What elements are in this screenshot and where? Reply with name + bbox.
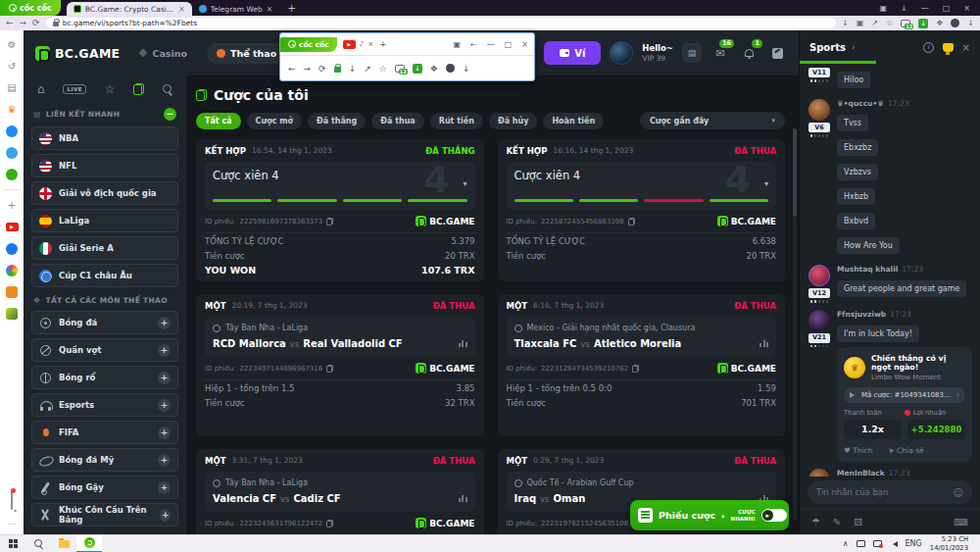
match-stats-icon[interactable] <box>459 495 467 502</box>
share-icon[interactable]: ↗ <box>871 19 878 27</box>
chat-rules-icon[interactable]: ✎ <box>833 517 841 527</box>
copy-icon[interactable] <box>326 365 333 373</box>
tray-expand-icon[interactable]: ∧ <box>843 539 849 548</box>
quicklink-laliga[interactable]: LaLiga <box>31 209 178 232</box>
avatar[interactable] <box>808 99 830 121</box>
save-page-icon[interactable]: ↓ <box>349 64 357 74</box>
inbox-button[interactable]: ✉ 16 <box>710 43 730 63</box>
expand-icon[interactable]: + <box>158 481 171 494</box>
live-button[interactable]: LIVE <box>63 84 86 94</box>
copy-icon[interactable] <box>632 365 639 373</box>
maximize-button[interactable]: □ <box>505 40 513 49</box>
match-stats-icon[interactable] <box>760 340 768 347</box>
minimize-button[interactable]: — <box>921 4 929 13</box>
tab-close-icon[interactable]: × <box>178 5 185 14</box>
more-icon[interactable]: ⋯ <box>6 518 19 530</box>
messenger-icon[interactable] <box>6 125 18 137</box>
reading-list-icon[interactable]: ▤ <box>6 81 19 94</box>
close-window-button[interactable]: × <box>963 4 970 13</box>
popup-tab-youtube[interactable]: ▶ ♪ × <box>343 40 373 49</box>
sport-american-football[interactable]: Bóng đá Mỹ+ <box>31 448 178 472</box>
info-icon[interactable]: i <box>923 42 934 53</box>
download-page-icon[interactable]: ↓ <box>901 4 907 13</box>
chat-room-tab[interactable]: Sports <box>809 42 846 53</box>
file-explorer-button[interactable] <box>51 535 76 552</box>
keyboard-icon[interactable]: ⌨ <box>955 517 968 527</box>
profile-avatar-icon[interactable] <box>951 19 959 27</box>
tab-sports[interactable]: Thể thao <box>207 43 286 64</box>
vault-button[interactable]: ▤ <box>682 43 702 63</box>
images-downloader-icon[interactable]: 12 <box>395 65 405 73</box>
chat-username[interactable]: Ffnsjuvziwb <box>837 310 886 319</box>
bcgame-logo[interactable]: BC.GAME <box>35 46 120 61</box>
sport-tennis[interactable]: Quần vợt+ <box>31 338 178 362</box>
mini-browser-window[interactable]: cốc cốc ▶ ♪ × + ▣ ← — □ × ← → ⟳ ↓ ↗ ☆ <box>279 32 535 81</box>
games-icon[interactable] <box>6 169 18 180</box>
copy-icon[interactable] <box>326 218 333 226</box>
images-downloader-icon[interactable]: 12 <box>901 20 910 27</box>
notifications-bell[interactable] <box>11 490 13 509</box>
emoji-icon[interactable]: ☺ <box>954 487 963 498</box>
tab-telegram[interactable]: Telegram Web × <box>192 2 280 16</box>
language-indicator[interactable]: ENG <box>906 539 922 548</box>
combo-box[interactable]: Cược xiên 4 4 ▾ <box>205 162 475 210</box>
pop-back-icon[interactable]: ← <box>470 40 477 49</box>
save-page-icon[interactable]: ↓ <box>842 19 849 27</box>
news-icon[interactable] <box>6 147 18 159</box>
youtube-icon[interactable]: ▶ <box>6 223 19 231</box>
quicklink-premier-league[interactable]: Giải vô địch quốc gia <box>31 181 178 205</box>
chat-username[interactable]: MenInBlack <box>837 469 885 477</box>
expand-icon[interactable]: + <box>158 372 171 384</box>
quicklink-serie-a[interactable]: Giải Serie A <box>31 236 178 260</box>
notifications-button[interactable]: 1 <box>739 43 759 63</box>
volume-icon[interactable] <box>890 541 898 547</box>
expand-caret-icon[interactable]: ▾ <box>764 179 768 188</box>
quicklink-nba[interactable]: NBA <box>31 126 178 150</box>
expand-caret-icon[interactable]: ▾ <box>463 179 466 188</box>
shared-win-card[interactable]: ♛ Chiến thắng có vị ngọt ngào! Limbo Wow… <box>837 347 972 462</box>
coccoc-taskbar-button[interactable] <box>76 535 102 552</box>
collapse-button[interactable]: − <box>164 108 176 121</box>
minimize-button[interactable]: — <box>487 40 495 49</box>
expand-icon[interactable]: + <box>158 344 171 357</box>
new-tab-button[interactable]: + <box>280 0 304 16</box>
history-icon[interactable]: ↺ <box>6 60 19 73</box>
app-colorful-icon[interactable] <box>6 265 18 276</box>
user-avatar[interactable] <box>610 41 633 65</box>
filter-won[interactable]: Đã thắng <box>308 113 366 129</box>
chat-close-icon[interactable]: × <box>962 42 970 53</box>
filter-lost[interactable]: Đã thua <box>371 113 424 129</box>
search-icon[interactable] <box>163 84 172 94</box>
downloads-tray-icon[interactable]: ↓ <box>463 64 470 74</box>
sport-soccer[interactable]: Bóng đá+ <box>31 311 178 334</box>
bet-card[interactable]: KẾT HỢP 16:16, 14 thg 1, 2023 ĐÃ THUA Cư… <box>498 139 786 281</box>
facebook-icon[interactable] <box>6 243 18 255</box>
chevron-right-icon[interactable]: › <box>852 42 856 52</box>
chat-username[interactable]: ♛•quccu•♛ <box>837 99 884 108</box>
match-box[interactable]: Mexico - Giải hạng nhất quốc gia, Clausu… <box>507 317 777 357</box>
bet-code-pill[interactable]: Mã cược: #1049341083... › <box>844 387 965 403</box>
wallet-button[interactable]: Ví <box>544 41 601 65</box>
sport-ice-hockey[interactable]: Khúc Côn Cầu Trên Băng+ <box>31 503 178 527</box>
settings-icon[interactable]: ⚙ <box>6 38 19 51</box>
bookmark-star-icon[interactable]: ☆ <box>379 64 387 74</box>
quicklink-nfl[interactable]: NFL <box>31 154 178 177</box>
filter-refund[interactable]: Hoàn tiền <box>543 113 604 129</box>
filter-cancelled[interactable]: Đã hủy <box>489 113 538 129</box>
network-icon[interactable] <box>857 540 865 547</box>
app-alert-icon[interactable] <box>873 540 882 547</box>
copy-icon[interactable] <box>326 520 333 527</box>
taskbar-search-button[interactable] <box>25 535 51 552</box>
expand-icon[interactable]: + <box>158 399 171 412</box>
maximize-button[interactable]: □ <box>943 4 951 13</box>
main-scrollbar[interactable] <box>793 128 797 521</box>
dice-icon[interactable]: ⚄ <box>854 517 862 527</box>
shopping-icon[interactable] <box>6 286 18 298</box>
quicklink-champions-league[interactable]: Cúp C1 châu Âu <box>31 264 178 287</box>
start-button[interactable] <box>0 535 25 552</box>
expand-icon[interactable]: + <box>158 454 171 467</box>
translate-icon[interactable]: ▣ <box>857 19 864 27</box>
sport-basketball[interactable]: Bóng rổ+ <box>31 366 178 389</box>
my-bets-icon[interactable] <box>133 83 144 95</box>
screenshot-icon[interactable]: ▣ <box>453 40 461 49</box>
